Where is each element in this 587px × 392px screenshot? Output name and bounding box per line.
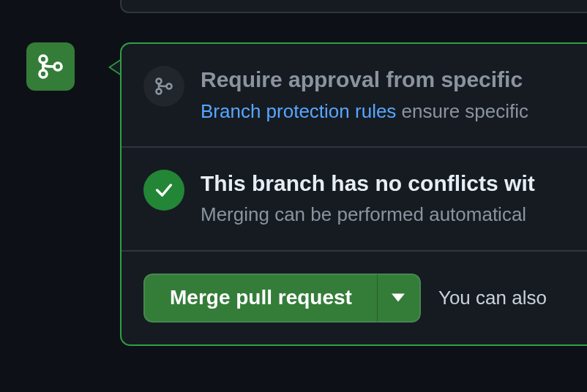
merge-hint-text: You can also	[438, 287, 547, 309]
approval-status-circle	[143, 66, 184, 107]
approval-title: Require approval from specific	[201, 66, 587, 94]
git-merge-icon	[154, 76, 174, 97]
approval-section: Require approval from specific Branch pr…	[121, 44, 587, 146]
branch-protection-link[interactable]: Branch protection rules	[201, 100, 396, 122]
approval-body: Require approval from specific Branch pr…	[201, 66, 587, 124]
approval-subtext: Branch protection rules ensure specific	[201, 98, 587, 124]
merge-button-group: Merge pull request	[143, 274, 421, 323]
conflict-section: This branch has no conflicts wit Merging…	[121, 146, 587, 250]
check-icon	[154, 180, 174, 200]
caret-down-icon	[392, 293, 405, 302]
conflict-title: This branch has no conflicts wit	[201, 170, 587, 197]
git-merge-icon	[36, 52, 65, 81]
merge-action-row: Merge pull request You can also	[121, 250, 587, 344]
conflict-status-circle	[143, 170, 184, 211]
approval-subtext-rest: ensure specific	[396, 100, 528, 122]
merge-pull-request-button[interactable]: Merge pull request	[143, 274, 377, 323]
conflict-body: This branch has no conflicts wit Merging…	[201, 170, 587, 228]
conflict-subtext: Merging can be performed automatical	[201, 201, 587, 227]
merge-panel: Require approval from specific Branch pr…	[120, 42, 587, 346]
previous-box-edge	[120, 0, 587, 13]
merge-options-dropdown-button[interactable]	[377, 274, 421, 323]
merge-status-badge	[26, 42, 75, 91]
